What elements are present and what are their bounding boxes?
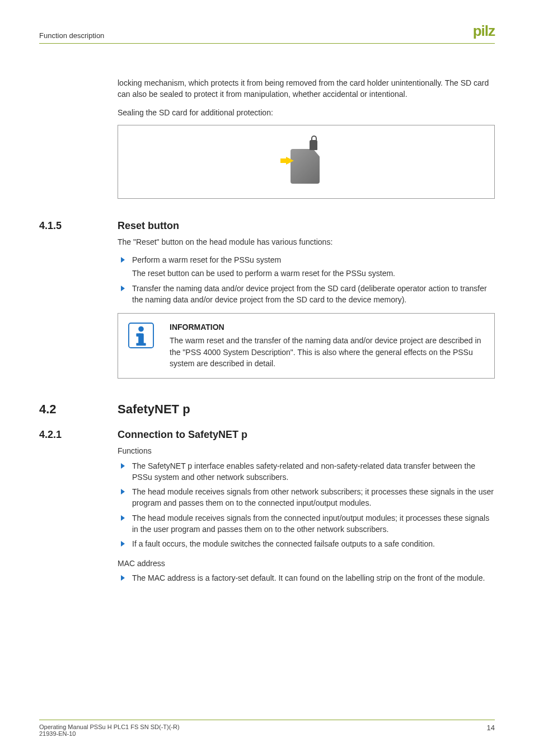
section-number: 4.1.5	[39, 220, 118, 232]
svg-rect-4	[136, 343, 146, 346]
section-title: Connection to SafetyNET p	[118, 429, 247, 441]
list-item-text: If a fault occurs, the module switches t…	[132, 539, 435, 548]
intro-paragraph-2: Sealing the SD card for additional prote…	[118, 107, 495, 118]
reset-lead-text: The "Reset" button on the head module ha…	[118, 236, 495, 248]
sd-card-seal-illustration	[284, 137, 329, 187]
header-section-label: Function description	[39, 31, 104, 40]
list-item-text: The SafetyNET p interface enables safety…	[132, 461, 475, 482]
footer-doc-id: 21939-EN-10	[39, 730, 180, 737]
list-item: The SafetyNET p interface enables safety…	[118, 460, 495, 483]
sd-card-icon	[291, 149, 320, 184]
yellow-arrow-icon	[286, 157, 294, 165]
list-item-text: The head module receives signals from ot…	[132, 487, 494, 507]
list-item: If a fault occurs, the module switches t…	[118, 538, 495, 549]
svg-rect-3	[136, 334, 140, 337]
list-item: Perform a warm reset for the PSSu system…	[118, 254, 495, 279]
section-4-1-5-heading: 4.1.5 Reset button	[39, 220, 495, 232]
list-item-text: Transfer the naming data and/or device p…	[132, 284, 487, 304]
information-callout: INFORMATION The warm reset and the trans…	[118, 313, 495, 379]
information-text: INFORMATION The warm reset and the trans…	[170, 323, 484, 369]
information-body: The warm reset and the transfer of the n…	[170, 335, 484, 369]
section-title: SafetyNET p	[118, 402, 190, 417]
section-number: 4.2.1	[39, 429, 118, 441]
footer-doc-title: Operating Manual PSSu H PLC1 FS SN SD(-T…	[39, 724, 180, 730]
functions-list: The SafetyNET p interface enables safety…	[118, 460, 495, 550]
padlock-icon	[310, 140, 317, 150]
section-4-2-heading: 4.2 SafetyNET p	[39, 402, 495, 417]
list-item: The MAC address is a factory-set default…	[118, 572, 495, 584]
list-item: The head module receives signals from th…	[118, 512, 495, 535]
list-item: The head module receives signals from ot…	[118, 486, 495, 509]
information-heading: INFORMATION	[170, 323, 484, 332]
pilz-logo: pilz	[473, 22, 495, 40]
running-header: Function description pilz	[39, 22, 495, 44]
section-number: 4.2	[39, 402, 118, 417]
section-title: Reset button	[118, 220, 179, 232]
mac-address-list: The MAC address is a factory-set default…	[118, 572, 495, 584]
intro-block: locking mechanism, which protects it fro…	[118, 77, 495, 118]
mac-address-label: MAC address	[118, 558, 495, 569]
svg-point-1	[138, 326, 144, 332]
list-item-subtext: The reset button can be used to perform …	[132, 268, 495, 279]
intro-paragraph-1: locking mechanism, which protects it fro…	[118, 77, 495, 100]
functions-label: Functions	[118, 445, 495, 456]
sd-seal-figure	[118, 125, 495, 199]
list-item-text: Perform a warm reset for the PSSu system	[132, 255, 281, 264]
document-page: Function description pilz locking mechan…	[0, 0, 534, 756]
page-number: 14	[487, 724, 495, 732]
information-icon	[128, 323, 154, 348]
section-4-2-1-heading: 4.2.1 Connection to SafetyNET p	[39, 429, 495, 441]
list-item: Transfer the naming data and/or device p…	[118, 283, 495, 306]
section-4-1-5-body: The "Reset" button on the head module ha…	[118, 236, 495, 305]
list-item-text: The MAC address is a factory-set default…	[132, 573, 485, 582]
page-footer: Operating Manual PSSu H PLC1 FS SN SD(-T…	[39, 720, 495, 737]
footer-left: Operating Manual PSSu H PLC1 FS SN SD(-T…	[39, 724, 180, 737]
section-4-2-1-body: Functions The SafetyNET p interface enab…	[118, 445, 495, 584]
reset-function-list: Perform a warm reset for the PSSu system…	[118, 254, 495, 305]
list-item-text: The head module receives signals from th…	[132, 514, 489, 534]
